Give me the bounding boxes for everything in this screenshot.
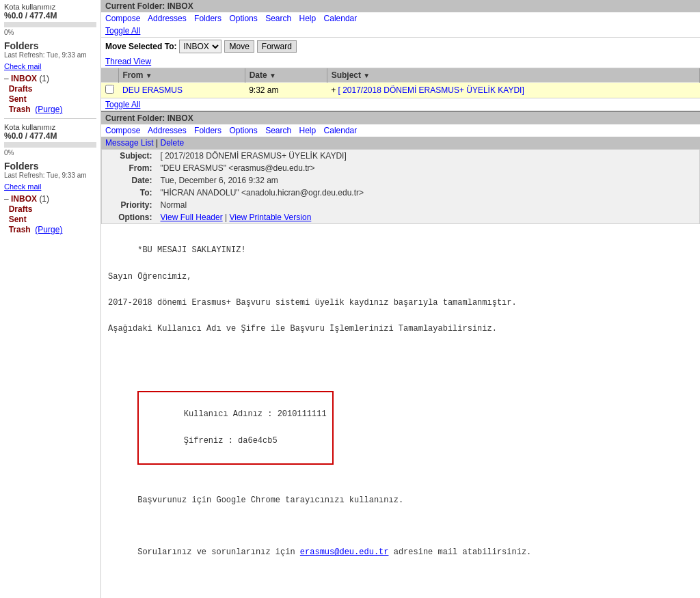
toggle-all-link-bottom-top[interactable]: Toggle All <box>105 100 140 109</box>
forward-button[interactable]: Forward <box>257 40 297 53</box>
addresses-link-top[interactable]: Addresses <box>148 14 187 23</box>
options-label: Options: <box>102 211 157 224</box>
move-bar: Move Selected To: INBOX Move Forward <box>101 37 700 55</box>
toggle-all-bottom-top: Toggle All <box>101 98 700 111</box>
contact-email-tr[interactable]: erasmus@deu.edu.tr <box>300 547 389 557</box>
header-subject-row: Subject: [ 2017/2018 DÖNEMİ ERASMUS+ ÜYE… <box>102 150 700 163</box>
quota-block-2: Kota kullanımız %0.0 / 477.4M 0% <box>4 123 96 157</box>
col-date[interactable]: Date ▼ <box>245 68 327 83</box>
calendar-link-top[interactable]: Calendar <box>324 14 358 23</box>
folder-inbox-1: – INBOX (1) <box>4 74 96 83</box>
inbox-list-section: Current Folder: INBOX Compose Addresses … <box>101 0 700 112</box>
browser-tr-text: Başvurunuz için Google Chrome tarayıcını… <box>137 495 403 505</box>
col-subject[interactable]: Subject ▼ <box>327 68 699 83</box>
sidebar-divider <box>4 118 96 119</box>
date-value: Tue, December 6, 2016 9:32 am <box>157 174 700 187</box>
priority-label: Priority: <box>102 199 157 211</box>
inbox-link-1[interactable]: INBOX <box>11 74 37 83</box>
options-link-top[interactable]: Options <box>229 14 257 23</box>
folders-title-2: Folders <box>4 161 96 172</box>
thread-view-link[interactable]: Thread View <box>105 57 151 66</box>
move-selected-label: Move Selected To: <box>105 42 176 51</box>
nav-bar-top: Compose Addresses Folders Options Search… <box>101 12 700 25</box>
calendar-link-bottom[interactable]: Calendar <box>324 126 358 135</box>
email-row-1: DEU ERASMUS 9:32 am + [ 2017/2018 DÖNEMİ… <box>101 83 700 98</box>
from-label: From: <box>102 162 157 174</box>
options-link-bottom[interactable]: Options <box>229 126 257 135</box>
to-value: "HİCRAN ANADOLU" <anadolu.hicran@ogr.deu… <box>157 187 700 199</box>
folders-link-bottom[interactable]: Folders <box>194 126 221 135</box>
header-from-row: From: "DEU ERASMUS" <erasmus@deu.edu.tr> <box>102 162 700 174</box>
nav-bar-bottom: Compose Addresses Folders Options Search… <box>101 124 700 137</box>
header-priority-row: Priority: Normal <box>102 199 700 211</box>
folder-list-1: Check mail <box>4 62 96 71</box>
email-list-table: From ▼ Date ▼ Subject ▼ DEU ERAS <box>101 68 700 98</box>
credential-tr-1: Kullanıcı Adınız : 2010111111 <box>184 409 327 419</box>
quota-percent-1: 0% <box>4 29 96 36</box>
email-detail-section: Current Folder: INBOX Compose Addresses … <box>101 112 700 598</box>
sent-link-1[interactable]: Sent <box>9 94 27 104</box>
date-label: Date: <box>102 174 157 187</box>
folder-sent-1: Sent <box>4 94 96 104</box>
folder-trash-2: Trash (Purge) <box>4 225 96 234</box>
subject-label: Subject: <box>102 150 157 163</box>
email-checkbox-1[interactable] <box>105 85 114 94</box>
help-link-top[interactable]: Help <box>299 14 317 23</box>
trash-link-2[interactable]: Trash <box>9 225 31 234</box>
quota-percent-2: 0% <box>4 149 96 157</box>
purge-link-1[interactable]: (Purge) <box>35 105 62 114</box>
search-link-bottom[interactable]: Search <box>265 126 291 135</box>
quota-block-1: Kota kullanımız %0.0 / 477.4M 0% <box>4 3 96 36</box>
folder-inbox-2: – INBOX (1) <box>4 194 96 204</box>
folder-list-2: Check mail <box>4 182 96 191</box>
quota-label-2: Kota kullanımız <box>4 123 96 131</box>
from-sort-icon: ▼ <box>146 72 152 79</box>
subject-value: [ 2017/2018 DÖNEMİ ERASMUS+ ÜYELİK KAYDI… <box>157 150 700 163</box>
inbox-link-2[interactable]: INBOX <box>11 194 37 204</box>
thread-view-bar: Thread View <box>101 55 700 68</box>
quota-label-1: Kota kullanımız <box>4 3 96 11</box>
view-printable-link[interactable]: View Printable Version <box>229 213 311 222</box>
view-full-header-link[interactable]: View Full Header <box>161 213 223 222</box>
drafts-link-1[interactable]: Drafts <box>9 84 33 94</box>
folder-drafts-1: Drafts <box>4 84 96 94</box>
check-mail-2[interactable]: Check mail <box>4 182 41 191</box>
move-inbox-select[interactable]: INBOX <box>179 40 221 53</box>
email-subject-1[interactable]: + [ 2017/2018 DÖNEMİ ERASMUS+ ÜYELİK KAY… <box>327 83 699 98</box>
drafts-link-2[interactable]: Drafts <box>9 204 33 214</box>
purge-link-2[interactable]: (Purge) <box>35 225 62 234</box>
trash-link-1[interactable]: Trash <box>9 105 31 114</box>
turkish-section-text: *BU MESAJI SAKLAYINIZ! Sayın Öğrencimiz,… <box>108 245 517 334</box>
message-list-link[interactable]: Message List <box>105 138 154 148</box>
header-date-row: Date: Tue, December 6, 2016 9:32 am <box>102 174 700 187</box>
subject-sort-icon: ▼ <box>363 72 370 79</box>
col-from[interactable]: From ▼ <box>118 68 245 83</box>
quota-value-1: %0.0 / 477.4M <box>4 11 96 21</box>
folder-drafts-2: Drafts <box>4 204 96 214</box>
email-from-1[interactable]: DEU ERASMUS <box>118 83 245 98</box>
search-link-top[interactable]: Search <box>265 14 291 23</box>
current-folder-bar-top: Current Folder: INBOX <box>101 0 700 12</box>
toggle-all-link-top[interactable]: Toggle All <box>105 26 140 36</box>
move-button[interactable]: Move <box>224 40 254 53</box>
credential-tr-2: Şifreniz : da6e4cb5 <box>184 436 278 446</box>
priority-value: Normal <box>157 199 700 211</box>
progress-bar-container-2 <box>4 142 96 148</box>
col-checkbox <box>101 68 118 83</box>
help-link-bottom[interactable]: Help <box>299 126 317 135</box>
compose-link-top[interactable]: Compose <box>105 14 140 23</box>
from-value: "DEU ERASMUS" <erasmus@deu.edu.tr> <box>157 162 700 174</box>
addresses-link-bottom[interactable]: Addresses <box>148 126 187 135</box>
toggle-all-top: Toggle All <box>101 25 700 37</box>
folders-link-top[interactable]: Folders <box>194 14 221 23</box>
email-date-1: 9:32 am <box>245 83 327 98</box>
folders-title-1: Folders <box>4 40 96 51</box>
sent-link-2[interactable]: Sent <box>9 215 27 224</box>
check-mail-1[interactable]: Check mail <box>4 62 41 70</box>
email-header-table: Subject: [ 2017/2018 DÖNEMİ ERASMUS+ ÜYE… <box>101 149 700 224</box>
folder-trash-1: Trash (Purge) <box>4 105 96 114</box>
header-options-row: Options: View Full Header | View Printab… <box>102 211 700 224</box>
options-value: View Full Header | View Printable Versio… <box>157 211 700 224</box>
delete-link[interactable]: Delete <box>161 138 185 148</box>
compose-link-bottom[interactable]: Compose <box>105 126 140 135</box>
